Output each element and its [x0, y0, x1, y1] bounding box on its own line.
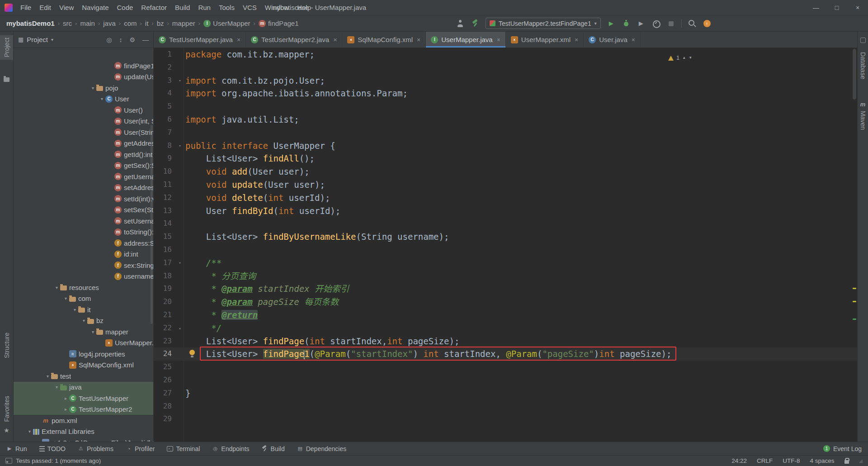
code-line-7[interactable]: 7: [154, 126, 857, 139]
line-number-2[interactable]: 2: [154, 61, 184, 74]
line-number-16[interactable]: 16: [154, 243, 184, 257]
tab-close-icon[interactable]: ×: [497, 36, 500, 43]
tool-stripe-maven[interactable]: Maven: [858, 109, 868, 132]
menu-view[interactable]: View: [55, 0, 78, 15]
gear-icon[interactable]: ⚙: [129, 36, 135, 43]
profiler-button[interactable]: [651, 19, 660, 28]
line-number-7[interactable]: 7: [154, 126, 184, 139]
tree-item[interactable]: ▾com: [14, 293, 153, 304]
tree-item[interactable]: ▾resources: [14, 282, 153, 293]
code-line-3[interactable]: 3▾import com.it.bz.pojo.User;: [154, 74, 857, 87]
tool-stripe-structure[interactable]: Structure: [0, 330, 13, 361]
tree-chevron-icon[interactable]: ▾: [90, 329, 96, 334]
editor-tab-sqlmapconfig.xml[interactable]: xSqlMapConfig.xml×: [342, 32, 426, 48]
code-line-14[interactable]: 14: [154, 217, 857, 230]
hide-panel-icon[interactable]: —: [142, 36, 149, 43]
tool-window-button-endpoints[interactable]: ◎Endpoints: [212, 445, 249, 452]
tool-window-button-run[interactable]: ▶Run: [6, 445, 27, 452]
tool-stripe-database[interactable]: Database: [858, 50, 868, 81]
tab-close-icon[interactable]: ×: [333, 36, 337, 43]
inspections-widget[interactable]: 1 ▲ ▼: [668, 52, 692, 65]
breadcrumb-item-usermapper[interactable]: IUserMapper: [203, 19, 250, 27]
tree-item[interactable]: xUserMapper.xml: [14, 338, 153, 349]
tree-item[interactable]: ▸CTestUserMapper: [14, 393, 153, 404]
tree-chevron-icon[interactable]: ▾: [44, 374, 51, 379]
code-line-21[interactable]: 21 * @return: [154, 309, 857, 322]
breadcrumb-item-java[interactable]: java: [103, 19, 116, 27]
run-configuration-select[interactable]: TestUserMapper2.testFindPage1 ▾: [486, 18, 601, 29]
editor-tab-testusermapper.java[interactable]: CTestUserMapper.java×: [154, 32, 246, 48]
code-line-2[interactable]: 2: [154, 61, 857, 74]
code-line-23[interactable]: 23 List<User> findPage(int startIndex,in…: [154, 335, 857, 348]
tree-item[interactable]: mpom.xml: [14, 415, 153, 426]
line-number-14[interactable]: 14: [154, 217, 184, 230]
menu-run[interactable]: Run: [194, 0, 215, 15]
tree-item[interactable]: msetSex(String):vo: [14, 204, 153, 216]
line-number-18[interactable]: 18: [154, 270, 184, 283]
code-line-17[interactable]: 17▾ /**: [154, 257, 857, 270]
tree-item[interactable]: ▾mapper: [14, 326, 153, 338]
breadcrumb-item-main[interactable]: main: [80, 19, 95, 27]
line-number-5[interactable]: 5: [154, 100, 184, 113]
code-line-5[interactable]: 5: [154, 100, 857, 113]
menu-navigate[interactable]: Navigate: [78, 0, 113, 15]
code-line-26[interactable]: 26: [154, 374, 857, 387]
breadcrumb-item-mapper[interactable]: mapper: [172, 19, 195, 27]
code-line-1[interactable]: 1package com.it.bz.mapper;: [154, 48, 857, 61]
tree-item[interactable]: mgetAddress():Stri: [14, 138, 153, 149]
code-line-15[interactable]: 15 List<User> findByUsernameLike(String …: [154, 230, 857, 243]
tree-chevron-icon[interactable]: ▾: [26, 429, 33, 434]
tool-window-button-build[interactable]: Build: [262, 445, 285, 452]
tree-scrollbar[interactable]: [151, 125, 153, 324]
code-line-22[interactable]: 22▴ */: [154, 322, 857, 335]
fold-marker-icon[interactable]: ▴: [177, 322, 183, 335]
fold-marker-icon[interactable]: ▾: [177, 257, 183, 270]
tree-item[interactable]: faddress:String: [14, 238, 153, 249]
tool-window-button-terminal[interactable]: >_Terminal: [167, 445, 200, 452]
breadcrumb-item-mybatisdemo1[interactable]: mybatisDemo1: [6, 19, 55, 27]
tree-item[interactable]: ▸CTestUserMapper2: [14, 404, 153, 415]
tool-stripe-project[interactable]: Project: [0, 35, 13, 60]
tree-item[interactable]: mupdate(User):void: [14, 71, 153, 83]
previous-warning-icon[interactable]: ▲: [682, 52, 686, 65]
menu-code[interactable]: Code: [113, 0, 137, 15]
tree-chevron-icon[interactable]: ▾: [71, 307, 78, 312]
code-line-29[interactable]: 29: [154, 413, 857, 426]
caret-position[interactable]: 24:22: [731, 457, 747, 464]
tree-chevron-icon[interactable]: ▾: [90, 86, 96, 90]
tree-item[interactable]: fid:int: [14, 249, 153, 260]
close-button[interactable]: ×: [847, 0, 868, 15]
intention-bulb-icon[interactable]: [189, 350, 196, 357]
line-number-9[interactable]: 9: [154, 152, 184, 165]
tree-chevron-icon[interactable]: ▾: [53, 285, 60, 290]
line-number-6[interactable]: 6: [154, 113, 184, 126]
code-line-9[interactable]: 9 List<User> findAll();: [154, 152, 857, 165]
tree-item[interactable]: fsex:String: [14, 260, 153, 271]
tree-item[interactable]: mtoString():String: [14, 227, 153, 238]
tree-item[interactable]: ▾External Libraries: [14, 426, 153, 437]
line-number-15[interactable]: 15: [154, 230, 184, 243]
tree-item[interactable]: mgetUsername():St: [14, 171, 153, 182]
line-number-21[interactable]: 21: [154, 309, 184, 322]
run-with-coverage-button[interactable]: ▶: [637, 19, 646, 28]
tool-window-button-problems[interactable]: ⚠Problems: [78, 445, 113, 452]
line-number-26[interactable]: 26: [154, 374, 184, 387]
tool-window-button-dependencies[interactable]: ▤Dependencies: [297, 445, 347, 452]
tab-close-icon[interactable]: ×: [417, 36, 420, 43]
tree-chevron-icon[interactable]: ▾: [80, 318, 87, 323]
line-number-28[interactable]: 28: [154, 400, 184, 413]
tree-item[interactable]: ▾bz: [14, 315, 153, 327]
code-line-13[interactable]: 13 User findById(int userId);: [154, 204, 857, 218]
tree-item[interactable]: mfindPage1(int, int): [14, 60, 153, 71]
tool-stripe-folder-icon[interactable]: [0, 75, 13, 84]
tree-item[interactable]: msetUsername(Stri: [14, 215, 153, 227]
tab-close-icon[interactable]: ×: [237, 36, 241, 43]
tree-chevron-icon[interactable]: ▸: [62, 396, 69, 401]
code-line-8[interactable]: 8▾public interface UserMapper {: [154, 139, 857, 152]
menu-build[interactable]: Build: [171, 0, 194, 15]
tab-close-icon[interactable]: ×: [632, 36, 635, 43]
tab-close-icon[interactable]: ×: [575, 36, 578, 43]
tool-window-button-todo[interactable]: TODO: [39, 445, 66, 452]
code-line-20[interactable]: 20 * @param pageSize 每页条数: [154, 295, 857, 309]
locate-file-icon[interactable]: ◎: [106, 36, 112, 43]
